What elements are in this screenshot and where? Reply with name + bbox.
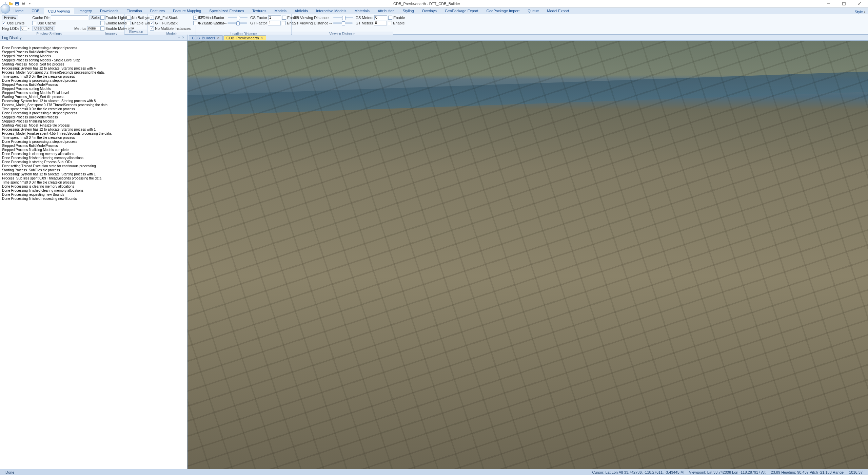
gt-fullstack-label: GT_FullStack	[155, 21, 178, 25]
enable-materialm-check[interactable]	[100, 26, 104, 31]
ribbon-tabstrip: HomeCDBCDB ViewingImageryDownloadsElevat…	[0, 7, 868, 14]
no-multiple-check[interactable]	[150, 26, 154, 31]
maximize-button[interactable]	[836, 0, 851, 7]
ribbon-tab-home[interactable]: Home	[9, 8, 27, 14]
log-line: Done Processing finished clearing memory…	[2, 189, 185, 193]
use-limits-label: Use Limits	[7, 21, 24, 25]
log-line: Stepped Process finalizing Models	[2, 119, 185, 124]
qat-save-icon[interactable]	[14, 1, 20, 6]
use-limits-check[interactable]	[2, 21, 6, 25]
gs-factor-label: GS Factor	[250, 16, 267, 20]
ribbon-tab-queue[interactable]: Queue	[524, 8, 543, 14]
log-text-area[interactable]: Done Processing is processing a stepped …	[0, 41, 187, 469]
no-bathymetry-check[interactable]	[127, 16, 131, 20]
status-viewpoint: Viewpoint: Lat 33.742008 Lon -118.287917…	[686, 470, 768, 474]
gs-view-label: GS Viewing Distance --	[294, 16, 332, 20]
ribbon-tab-airfields[interactable]: Airfields	[291, 8, 312, 14]
gs-load-slider[interactable]	[228, 17, 248, 18]
close-button[interactable]	[851, 0, 867, 7]
cache-dir-input[interactable]	[51, 15, 88, 20]
close-icon[interactable]: ✕	[260, 36, 263, 40]
chevron-down-icon[interactable]: ▾	[28, 27, 29, 30]
log-line: Done Processing is processing a stepped …	[2, 79, 185, 83]
qat-print-icon[interactable]	[21, 1, 26, 6]
doc-tab-cdb-preview-earth[interactable]: CDB_Preview.earth✕	[223, 35, 266, 40]
clear-cache-button[interactable]: Clear Cache	[32, 26, 55, 31]
gt-load-slider[interactable]	[228, 22, 247, 24]
use-cache-check[interactable]	[32, 21, 36, 25]
log-line: Time spent hms0 0 0in the tile createion…	[2, 75, 185, 79]
gs-fullstack-check[interactable]	[150, 16, 154, 20]
close-icon[interactable]: ✕	[181, 36, 185, 39]
gt-view-slider[interactable]	[333, 22, 353, 24]
preview-button[interactable]: Preview	[2, 15, 18, 20]
enable-lightmap-check[interactable]	[100, 16, 104, 20]
ribbon-tab-elevation[interactable]: Elevation	[122, 8, 146, 14]
gt-meters-input[interactable]	[374, 21, 387, 25]
gt-enable-check[interactable]	[282, 21, 286, 25]
close-icon[interactable]: ✕	[217, 36, 220, 40]
log-line: Processing: System has 12 to allocate. S…	[2, 172, 185, 176]
gt-load-label: GT Load Factor--	[198, 21, 226, 25]
gs-view-enable-check[interactable]	[388, 16, 392, 20]
log-panel-title: Log Display	[2, 36, 21, 40]
log-line: Starting Process_SubTiles tile process	[2, 168, 185, 172]
gt-fullstack-check[interactable]	[150, 21, 154, 25]
ribbon-tab-model-export[interactable]: Model Export	[543, 8, 573, 14]
gs-view-slider[interactable]	[333, 17, 353, 18]
doc-tab-cdb-builder1[interactable]: CDB_Builder1✕	[189, 35, 223, 40]
ribbon-tab-materials[interactable]: Materials	[350, 8, 374, 14]
log-line: Done Processing is clearing memory alloc…	[2, 185, 185, 189]
gt-meters-label: GT Meters	[356, 21, 373, 25]
ribbon-tab-geopackage-export[interactable]: GeoPackage Export	[441, 8, 482, 14]
log-line: Done Processing is processing a stepped …	[2, 46, 185, 50]
ribbon-tab-models[interactable]: Models	[271, 8, 291, 14]
ribbon-tab-imagery[interactable]: Imagery	[74, 8, 96, 14]
log-line: Stepped Process BuildModelProcess	[2, 144, 185, 148]
gs-enable-check[interactable]	[282, 16, 286, 20]
log-line: Stepped Process sorting Models	[2, 87, 185, 91]
svg-rect-3	[22, 3, 25, 4]
log-line: Process_Model_Finalize spent 4.55 Thread…	[2, 132, 185, 136]
log-line: Process_Model_Sort spent 0.2 ThreadSecon…	[2, 71, 185, 75]
log-line: Done Processing requesting new Bounds	[2, 193, 185, 197]
ribbon-tab-attribution[interactable]: Attribution	[374, 8, 399, 14]
ribbon-tab-feature-mapping[interactable]: Feature Mapping	[169, 8, 205, 14]
gt-view-enable-check[interactable]	[388, 21, 392, 25]
enable-materials-check[interactable]	[100, 21, 104, 25]
group-models: GS_FullStack GT_FullStack No Multiple In…	[148, 14, 196, 34]
window-title: CDB_Preview.earth - DTT_CDB_Builder	[33, 2, 821, 6]
pin-icon[interactable]: ▫	[177, 36, 181, 39]
ribbon-tab-cdb-viewing[interactable]: CDB Viewing	[44, 8, 75, 14]
log-line: Stepped Process finalizing Models comple…	[2, 148, 185, 152]
ribbon-tab-textures[interactable]: Textures	[248, 8, 271, 14]
status-cursor: Cursor: Lat Lon Alt 33.742786, -118.2761…	[589, 470, 686, 474]
gs-factor-input[interactable]	[268, 15, 281, 20]
app-orb-button[interactable]	[1, 4, 10, 14]
log-line: Processing: System has 12 to allocate. S…	[2, 66, 185, 71]
gt-factor-input[interactable]	[268, 21, 281, 25]
ribbon-tab-specialized-features[interactable]: Specialized Features	[205, 8, 248, 14]
ribbon-tab-features[interactable]: Features	[146, 8, 169, 14]
status-heading: 23.89 Heading: 90.437 Pitch -21.183 Rang…	[768, 470, 847, 474]
ribbon-tab-cdb[interactable]: CDB	[27, 8, 43, 14]
3d-viewport[interactable]	[188, 41, 868, 469]
log-line: Processing: System has 12 to allocate. S…	[2, 128, 185, 132]
title-bar: ▾ CDB_Preview.earth - DTT_CDB_Builder	[0, 0, 868, 7]
ribbon: Preview Use Limits Neg LODs▾ Cache Dir:S…	[0, 14, 868, 35]
ribbon-tab-overlays[interactable]: Overlays	[418, 8, 441, 14]
gs-meters-input[interactable]	[374, 15, 387, 20]
gs-load-label: GS Load Factor--	[198, 16, 227, 20]
qat-dropdown-icon[interactable]: ▾	[27, 1, 33, 6]
status-range: 1016.37	[846, 470, 865, 474]
neg-lods-input[interactable]	[20, 26, 27, 31]
ribbon-tab-downloads[interactable]: Downloads	[96, 8, 122, 14]
group-label: Elevation	[125, 30, 147, 34]
ribbon-tab-geopackage-import[interactable]: GeoPackage Import	[482, 8, 524, 14]
enable-edit-check[interactable]	[127, 21, 131, 25]
no-multiple-label: No Multiple Instances	[155, 26, 191, 31]
ribbon-tab-styling[interactable]: Styling	[399, 8, 418, 14]
minimize-button[interactable]	[821, 0, 836, 7]
style-menu[interactable]: Style▾	[855, 10, 868, 14]
ribbon-tab-interactive-models[interactable]: Interactive Models	[312, 8, 350, 14]
